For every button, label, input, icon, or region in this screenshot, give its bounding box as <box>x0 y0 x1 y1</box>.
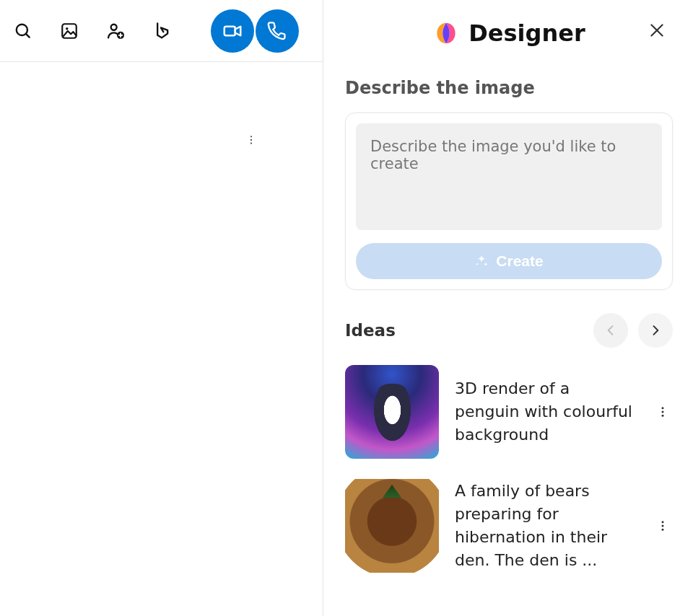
ideas-list: 3D render of a penguin with colourful ba… <box>345 365 673 573</box>
svg-point-8 <box>250 139 252 141</box>
idea-item[interactable]: 3D render of a penguin with colourful ba… <box>345 365 673 459</box>
create-button[interactable]: Create <box>356 243 662 279</box>
close-button[interactable] <box>641 14 673 46</box>
designer-logo-icon <box>432 19 460 47</box>
ideas-heading: Ideas <box>345 321 396 340</box>
prompt-card: Create <box>345 113 673 290</box>
add-contact-icon[interactable] <box>103 18 128 44</box>
prompt-input[interactable] <box>356 123 662 230</box>
svg-point-4 <box>111 24 117 30</box>
message-more-icon[interactable] <box>243 131 260 149</box>
ideas-prev-button[interactable] <box>593 313 628 348</box>
svg-point-9 <box>250 143 252 144</box>
designer-pane: Designer Describe the image Create Ideas <box>323 0 693 616</box>
svg-rect-6 <box>225 26 235 35</box>
gallery-icon[interactable] <box>56 18 82 44</box>
svg-point-12 <box>662 407 664 409</box>
idea-text: A family of bears preparing for hibernat… <box>455 480 637 572</box>
ideas-next-button[interactable] <box>638 313 673 348</box>
describe-heading: Describe the image <box>345 78 673 98</box>
idea-thumbnail <box>345 365 439 459</box>
svg-point-15 <box>662 521 664 523</box>
idea-more-button[interactable] <box>653 397 673 426</box>
create-button-label: Create <box>496 252 543 270</box>
svg-point-16 <box>662 525 664 527</box>
idea-thumbnail <box>345 479 439 573</box>
chat-pane <box>0 0 323 616</box>
chat-toolbar <box>0 0 323 62</box>
bing-icon[interactable] <box>149 18 175 44</box>
svg-point-13 <box>662 411 664 413</box>
search-icon[interactable] <box>10 18 36 44</box>
designer-title: Designer <box>468 19 585 47</box>
svg-line-1 <box>26 34 30 38</box>
sparkle-icon <box>474 254 489 268</box>
idea-text: 3D render of a penguin with colourful ba… <box>455 377 637 446</box>
idea-more-button[interactable] <box>653 511 673 540</box>
designer-brand: Designer <box>432 19 585 47</box>
svg-point-17 <box>662 529 664 531</box>
audio-call-button[interactable] <box>256 9 299 53</box>
svg-point-14 <box>662 415 664 417</box>
idea-item[interactable]: A family of bears preparing for hibernat… <box>345 479 673 573</box>
video-call-button[interactable] <box>211 9 254 53</box>
svg-point-3 <box>66 27 68 30</box>
svg-point-7 <box>250 136 252 137</box>
